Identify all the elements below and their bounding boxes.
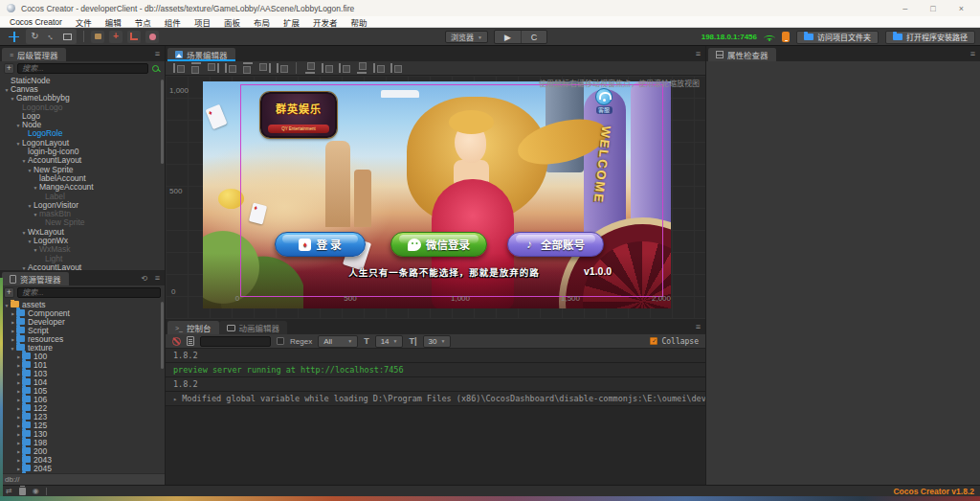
panel-menu-icon[interactable]: ≡ [970,50,975,58]
menu-item[interactable]: 帮助 [350,16,367,28]
hierarchy-node-row[interactable]: login-bg-icon0 [0,147,165,155]
tab-scene-editor[interactable]: 场景编辑器 [167,48,235,61]
expand-arrow-icon[interactable] [20,262,28,270]
rotate-tool-button[interactable]: ↻ [28,30,42,43]
menu-item[interactable]: 项目 [194,16,211,28]
align-hcenter-icon[interactable] [243,62,253,74]
console-log-row[interactable]: 1.8.2 [166,349,705,363]
expand-arrow-icon[interactable] [14,464,22,473]
sync-icon[interactable]: ⇄ [6,488,12,495]
scene-canvas[interactable]: 使用鼠标右键移动视窗焦点，使用滚轮缩放视图 1,0005000 05001,00… [166,76,705,319]
assets-search-input[interactable] [17,287,161,298]
hierarchy-node-row[interactable]: LogoRole [0,129,165,138]
game-wechat-login-button[interactable]: 微信登录 [390,232,487,257]
console-log-row[interactable]: preview server running at http://localho… [166,363,705,377]
anchor-mode-button[interactable] [91,31,104,43]
hierarchy-node-row[interactable]: GameLobbybg [0,94,165,102]
distribute-top-icon[interactable] [277,63,288,73]
hierarchy-node-row[interactable]: Label [0,192,165,200]
distribute-vcenter-icon[interactable] [305,62,315,74]
distribute-bottom-icon[interactable] [322,63,333,73]
minimize-button[interactable]: – [902,4,907,13]
asset-row[interactable]: Component [0,308,165,317]
asset-row[interactable]: assets [0,300,165,308]
align-left-icon[interactable] [225,63,236,73]
hierarchy-node-row[interactable]: Node [0,120,165,128]
hierarchy-node-row[interactable]: AccountLayout [0,262,165,270]
panel-menu-icon[interactable]: ≡ [155,50,160,58]
hierarchy-node-row[interactable]: StaticNode [0,76,165,84]
align-bottom-icon[interactable] [208,63,219,73]
menu-item[interactable]: 开发者 [313,16,338,28]
expand-arrow-icon[interactable] [14,472,22,474]
asset-row[interactable]: resources [0,334,165,343]
hierarchy-scrollbar[interactable] [161,80,164,164]
menu-item[interactable]: 组件 [165,16,181,28]
align-top-icon[interactable] [173,63,185,73]
log-level-dropdown[interactable]: All ▼ [318,335,358,348]
close-button[interactable]: × [959,4,964,13]
expand-arrow-icon[interactable] [14,412,22,421]
hierarchy-search-input[interactable] [17,63,148,74]
expand-arrow-icon[interactable] [14,421,22,430]
preview-target-dropdown[interactable]: 浏览器 ▼ [445,31,488,43]
expand-arrow-icon[interactable] [14,395,22,404]
expand-arrow-icon[interactable] [14,438,22,447]
asset-row[interactable]: Script [0,326,165,334]
expand-arrow-icon[interactable] [14,403,22,413]
assets-refresh-icon[interactable]: ⟲ [141,274,147,283]
regex-checkbox[interactable] [277,337,284,345]
distribute-size-icon[interactable] [390,63,402,73]
add-node-button[interactable]: + [4,63,14,74]
pivot-gizmo-button[interactable] [145,31,159,43]
scale-tool-button[interactable]: ↔ [44,30,58,43]
expand-arrow-icon[interactable] [9,334,16,344]
expand-arrow-icon[interactable] [9,308,16,318]
console-log-row[interactable]: 1.8.2 [166,377,705,392]
collapse-checkbox[interactable] [650,337,657,345]
add-asset-button[interactable]: + [4,287,14,298]
asset-row[interactable]: Developer [0,317,165,326]
hierarchy-node-row[interactable]: MangeAccount [0,183,165,192]
hierarchy-node-row[interactable]: Canvas [0,84,165,93]
tab-assets[interactable]: 资源管理器 [2,272,69,285]
asset-row[interactable]: 2046 [0,472,165,473]
expand-arrow-icon[interactable] [14,429,22,439]
align-right-icon[interactable] [259,63,271,73]
game-login-button[interactable]: 登 录 [275,232,366,257]
hierarchy-node-row[interactable]: LogonWx [0,236,165,244]
play-button[interactable]: ▶ [495,31,521,43]
hierarchy-node-row[interactable]: LogonLayout [0,138,165,147]
hierarchy-node-row[interactable]: AccountLayout [0,156,165,165]
expand-arrow-icon[interactable] [14,360,22,370]
hierarchy-node-row[interactable]: WxLayout [0,227,165,236]
menu-item[interactable]: 面板 [224,16,240,28]
game-all-accounts-button[interactable]: 全部账号 [507,232,604,257]
open-project-folder-button[interactable]: 访问项目文件夹 [796,31,879,44]
customer-service-button[interactable]: 客服 [590,88,618,114]
panel-menu-icon[interactable]: ≡ [155,274,160,283]
hierarchy-node-row[interactable]: LogonLogo [0,102,165,111]
expand-arrow-icon[interactable] [14,377,22,387]
align-vcenter-icon[interactable] [191,62,201,74]
expand-arrow-icon[interactable] [14,446,22,456]
console-filter-input[interactable] [200,336,271,347]
distribute-hcenter-icon[interactable] [357,62,367,74]
hierarchy-node-row[interactable]: labelAccount [0,173,165,182]
menu-item[interactable]: 扩展 [283,16,300,28]
expand-arrow-icon[interactable] [14,386,22,396]
export-log-icon[interactable] [187,336,194,346]
position-gizmo-button[interactable]: + [109,31,122,43]
line-height-dropdown[interactable]: 30 ▼ [423,335,452,348]
expand-arrow-icon[interactable] [9,326,16,335]
expand-arrow-icon[interactable] [14,455,22,465]
trash-icon[interactable] [19,488,26,495]
hierarchy-node-row[interactable]: WxMask [0,245,165,254]
menu-item[interactable]: 文件 [76,16,92,28]
refresh-button[interactable]: C [521,31,546,43]
expand-arrow-icon[interactable] [9,317,16,327]
menu-app[interactable]: Cocos Creator [10,17,62,27]
menu-item[interactable]: 节点 [135,16,151,28]
rect-gizmo-button[interactable] [127,31,141,43]
menu-item[interactable]: 编辑 [105,16,122,28]
